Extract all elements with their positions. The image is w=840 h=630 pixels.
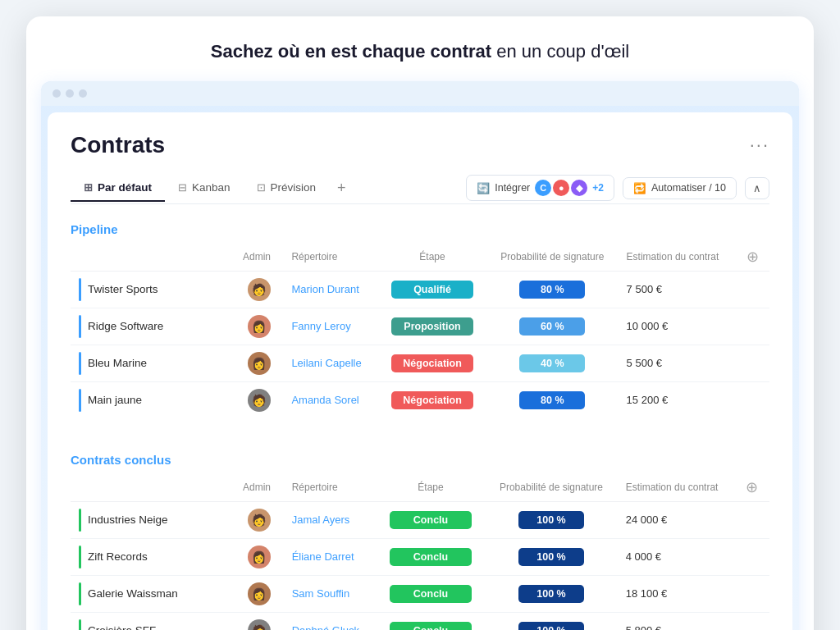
integrate-button[interactable]: 🔄 Intégrer C ● ◆ +2 bbox=[466, 175, 614, 201]
estimation-value: 4 000 € bbox=[626, 550, 661, 563]
headline-normal: en un coup d'œil bbox=[491, 41, 629, 62]
cell-name: Bleu Marine bbox=[71, 345, 235, 381]
cell-estimation: 10 000 € bbox=[619, 308, 738, 345]
automate-label: Automatiser / 10 bbox=[651, 182, 726, 194]
repertoire-link[interactable]: Daphné Gluck bbox=[292, 624, 359, 630]
estimation-value: 18 100 € bbox=[626, 587, 668, 600]
add-col-pipeline-btn[interactable]: ⊕ bbox=[746, 249, 759, 265]
cell-proba: 100 % bbox=[485, 612, 617, 630]
automate-icon: 🔁 bbox=[633, 182, 646, 194]
add-tab-button[interactable]: + bbox=[329, 173, 354, 203]
integrate-icon-3: ◆ bbox=[571, 180, 587, 196]
group-indicator bbox=[79, 546, 81, 568]
cell-etape: Proposition bbox=[378, 308, 486, 345]
tab-prevision[interactable]: ⊡ Prévision bbox=[244, 175, 330, 202]
dot-3 bbox=[79, 89, 87, 98]
cell-extra bbox=[738, 271, 770, 308]
cell-admin: 🧑 bbox=[235, 381, 283, 418]
avatar: 👩 bbox=[248, 546, 271, 568]
tab-par-defaut[interactable]: ⊞ Par défaut bbox=[71, 175, 165, 202]
sync-icon: 🔄 bbox=[477, 182, 490, 194]
pipeline-header-row: Admin Répertoire Étape Probabilité de si… bbox=[71, 243, 769, 272]
cell-name: Zift Records bbox=[71, 538, 235, 575]
cell-name: Twister Sports bbox=[71, 271, 235, 308]
group-indicator bbox=[79, 352, 81, 375]
col-add-pipeline: ⊕ bbox=[738, 243, 770, 272]
add-col-conclus-btn[interactable]: ⊕ bbox=[746, 479, 758, 495]
col-name-pipeline bbox=[71, 243, 235, 272]
cell-proba: 80 % bbox=[486, 381, 619, 418]
cell-proba: 100 % bbox=[485, 501, 617, 538]
tab-prevision-label: Prévision bbox=[271, 181, 317, 194]
dot-2 bbox=[66, 89, 74, 98]
cell-proba: 60 % bbox=[486, 308, 619, 345]
row-name-text: Ridge Software bbox=[88, 320, 163, 332]
cell-admin: 👩 bbox=[235, 308, 283, 345]
etape-badge: Conclu bbox=[390, 622, 472, 630]
cell-name: Industries Neige bbox=[71, 501, 235, 538]
cell-estimation: 5 500 € bbox=[619, 345, 738, 381]
avatar: 👩 bbox=[248, 352, 271, 375]
tab-kanban-icon: ⊟ bbox=[178, 181, 187, 194]
cell-etape: Conclu bbox=[377, 612, 486, 630]
table-row: Bleu Marine 👩 Leilani Capelle Négociatio… bbox=[71, 345, 769, 381]
pipeline-table: Admin Répertoire Étape Probabilité de si… bbox=[71, 243, 769, 418]
cell-repertoire: Sam Souffin bbox=[284, 575, 377, 612]
cell-repertoire: Fanny Leroy bbox=[283, 308, 378, 345]
table-row: Twister Sports 🧑 Marion Durant Qualifié … bbox=[71, 271, 769, 308]
proba-badge: 100 % bbox=[518, 585, 584, 603]
avatar: 🧑 bbox=[248, 389, 271, 412]
repertoire-link[interactable]: Fanny Leroy bbox=[291, 320, 350, 332]
table-row: Industries Neige 🧑 Jamal Ayers Conclu 10… bbox=[71, 501, 769, 538]
estimation-value: 10 000 € bbox=[627, 320, 669, 332]
proba-badge: 80 % bbox=[519, 281, 585, 299]
row-name-text: Main jaune bbox=[88, 394, 142, 406]
proba-badge: 100 % bbox=[518, 511, 584, 529]
repertoire-link[interactable]: Jamal Ayers bbox=[292, 514, 350, 526]
row-name-text: Bleu Marine bbox=[88, 357, 147, 369]
row-name-text: Croisière SFF bbox=[88, 624, 156, 630]
cell-etape: Négociation bbox=[378, 345, 486, 381]
cell-extra bbox=[738, 345, 770, 381]
cell-estimation: 24 000 € bbox=[618, 501, 738, 538]
etape-badge: Conclu bbox=[390, 548, 472, 566]
integrate-badge: +2 bbox=[592, 182, 604, 194]
browser-content: Contrats ··· ⊞ Par défaut ⊟ Kanban ⊡ Pré… bbox=[48, 112, 792, 630]
repertoire-link[interactable]: Marion Durant bbox=[291, 283, 358, 295]
tab-kanban[interactable]: ⊟ Kanban bbox=[165, 175, 244, 202]
cell-proba: 80 % bbox=[486, 271, 619, 308]
row-name-text: Galerie Waissman bbox=[88, 587, 178, 600]
cell-name: Main jaune bbox=[71, 381, 235, 418]
pipeline-section-title: Pipeline bbox=[71, 222, 769, 236]
etape-badge: Conclu bbox=[390, 511, 472, 529]
proba-badge: 40 % bbox=[519, 354, 585, 372]
integrate-icon-1: C bbox=[535, 180, 551, 196]
cell-etape: Qualifié bbox=[378, 271, 486, 308]
group-indicator bbox=[79, 582, 81, 605]
col-proba-pipeline: Probabilité de signature bbox=[486, 243, 619, 272]
tab-par-defaut-icon: ⊞ bbox=[84, 181, 93, 194]
group-indicator bbox=[79, 278, 81, 301]
repertoire-link[interactable]: Sam Souffin bbox=[292, 587, 350, 600]
automate-button[interactable]: 🔁 Automatiser / 10 bbox=[623, 177, 737, 199]
cell-proba: 40 % bbox=[486, 345, 619, 381]
repertoire-link[interactable]: Leilani Capelle bbox=[291, 357, 361, 369]
cell-etape: Conclu bbox=[377, 538, 486, 575]
chevron-button[interactable]: ∧ bbox=[745, 177, 769, 199]
toolbar-right: 🔄 Intégrer C ● ◆ +2 🔁 Automatiser / 10 bbox=[466, 175, 769, 201]
tab-prevision-icon: ⊡ bbox=[257, 181, 266, 194]
browser-window: Contrats ··· ⊞ Par défaut ⊟ Kanban ⊡ Pré… bbox=[41, 81, 799, 630]
cell-estimation: 5 800 € bbox=[618, 612, 738, 630]
headline: Sachez où en est chaque contrat en un co… bbox=[26, 16, 814, 81]
toolbar: ⊞ Par défaut ⊟ Kanban ⊡ Prévision + 🔄 In… bbox=[71, 173, 769, 204]
repertoire-link[interactable]: Éliane Darret bbox=[292, 550, 354, 563]
group-indicator bbox=[79, 509, 81, 532]
estimation-value: 5 500 € bbox=[627, 357, 662, 369]
cell-estimation: 7 500 € bbox=[619, 271, 738, 308]
cell-repertoire: Jamal Ayers bbox=[284, 501, 377, 538]
more-button[interactable]: ··· bbox=[750, 135, 769, 156]
table-row: Zift Records 👩 Éliane Darret Conclu 100 … bbox=[71, 538, 769, 575]
cell-repertoire: Marion Durant bbox=[283, 271, 378, 308]
repertoire-link[interactable]: Amanda Sorel bbox=[291, 394, 358, 406]
group-indicator bbox=[79, 315, 81, 338]
